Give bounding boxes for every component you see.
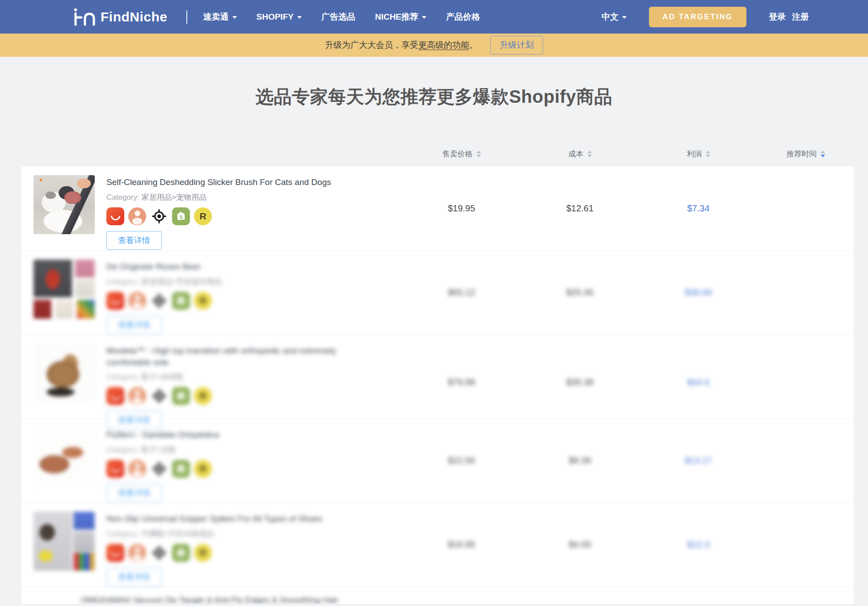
shopify-icon[interactable]: S [172, 387, 190, 405]
aliexpress-icon[interactable] [106, 292, 124, 310]
sort-icon [706, 151, 710, 157]
login-link[interactable]: 登录 [769, 11, 786, 23]
topbar-right: 中文 AD TARGETING 登录 注册 [602, 7, 868, 27]
svg-text:S: S [179, 394, 183, 400]
column-header[interactable]: 成本 [521, 149, 639, 159]
product-title[interactable]: OMGKAWAII Vacuum De-Tangle & Anti-Fly Ed… [81, 594, 340, 604]
sell-price-cell: $19.95 [402, 166, 521, 250]
ad-target-icon[interactable] [150, 460, 168, 478]
product-cell: Self-Cleaning Deshedding Slicker Brush F… [21, 166, 402, 250]
shopify-icon[interactable]: S [172, 460, 190, 478]
main-nav: 速卖通 SHOPIFY 广告选品 NICHE推荐 产品价格 [203, 11, 480, 23]
profit-cell: $12.3 [639, 503, 758, 586]
product-cell: De Originele Rozen Beer Category: 家居用品>节… [21, 251, 402, 334]
aliexpress-icon[interactable] [106, 460, 124, 478]
ad-target-icon[interactable] [150, 207, 168, 225]
cost-cell [521, 587, 639, 604]
table-row: Mootela™ - High top transition with orth… [21, 334, 854, 418]
column-header[interactable]: 利润 [639, 149, 758, 159]
view-details-button[interactable]: 查看详情 [106, 231, 162, 250]
top-navigation-bar: FindNiche 速卖通 SHOPIFY 广告选品 NICHE推荐 产品价格 … [0, 0, 868, 34]
brand-name: FindNiche [101, 9, 168, 25]
aliexpress-icon[interactable] [106, 387, 124, 405]
product-category: Category: 鞋子>凉鞋 [106, 445, 219, 455]
sort-icon [821, 151, 825, 157]
svg-text:S: S [179, 214, 183, 220]
member-icon[interactable] [128, 544, 146, 562]
language-selector[interactable]: 中文 [602, 11, 627, 23]
r-badge-icon[interactable]: R [194, 207, 212, 225]
member-icon[interactable] [128, 460, 146, 478]
register-link[interactable]: 注册 [792, 11, 809, 23]
product-title[interactable]: De Originele Rozen Beer [106, 261, 222, 273]
upgrade-banner-link[interactable]: 更高级的功能 [418, 40, 469, 50]
shopify-icon[interactable]: S [172, 292, 190, 310]
nav-item[interactable]: NICHE推荐 [375, 11, 426, 23]
product-category: Category: 鞋子>休闲鞋 [106, 372, 366, 382]
ad-target-icon[interactable] [150, 387, 168, 405]
view-details-button[interactable]: 查看详情 [106, 484, 162, 502]
nav-item[interactable]: 广告选品 [321, 11, 355, 23]
product-title[interactable]: Fluflern - Sandalia Ortopédica [106, 429, 219, 441]
r-badge-icon[interactable]: R [194, 387, 212, 405]
view-details-button[interactable]: 查看详情 [106, 568, 162, 586]
product-cell: Fluflern - Sandalia Ortopédica Category:… [21, 419, 402, 502]
table-row: De Originele Rozen Beer Category: 家居用品>节… [21, 250, 854, 334]
view-details-button[interactable]: 查看详情 [106, 316, 162, 334]
product-thumbnail[interactable] [34, 344, 95, 403]
sell-price-cell: $22.56 [402, 419, 521, 502]
language-label: 中文 [602, 11, 619, 23]
sell-price-cell: $16.95 [402, 503, 521, 586]
ad-target-icon[interactable] [150, 292, 168, 310]
sort-icon [476, 151, 481, 157]
aliexpress-icon[interactable] [106, 544, 124, 562]
table-row: Self-Cleaning Deshedding Slicker Brush F… [21, 166, 854, 250]
profit-cell: $7.34 [639, 166, 758, 250]
sell-price-cell: $79.98 [402, 335, 521, 429]
member-icon[interactable] [128, 207, 146, 225]
cost-cell: $25.46 [521, 251, 639, 334]
product-cell: OMGKAWAII Vacuum De-Tangle & Anti-Fly Ed… [21, 587, 402, 604]
recommend-time-cell [758, 503, 854, 586]
platform-icons: S R [106, 544, 322, 562]
chevron-down-icon [232, 16, 237, 19]
chevron-down-icon [297, 16, 302, 19]
r-badge-icon[interactable]: R [194, 292, 212, 310]
nav-item[interactable]: 产品价格 [446, 11, 480, 23]
member-icon[interactable] [128, 292, 146, 310]
product-title[interactable]: Self-Cleaning Deshedding Slicker Brush F… [106, 177, 331, 188]
r-badge-icon[interactable]: R [194, 544, 212, 562]
product-title[interactable]: Non-Slip Universal Gripper Spikes For Al… [106, 513, 322, 525]
member-icon[interactable] [128, 387, 146, 405]
product-thumbnail[interactable] [34, 428, 95, 487]
recommend-time-cell [758, 335, 854, 429]
shopify-icon[interactable]: S [172, 207, 190, 225]
recommend-time-cell [758, 587, 854, 604]
shopify-icon[interactable]: S [172, 544, 190, 562]
sell-price-cell [402, 587, 521, 604]
column-header[interactable]: 推荐时间 [758, 149, 854, 159]
page-title: 选品专家每天为您推荐更多爆款Shopify商品 [0, 84, 868, 109]
platform-icons: S R [106, 387, 366, 405]
findniche-logo-icon [69, 7, 95, 27]
aliexpress-icon[interactable] [106, 207, 124, 225]
table-row: Fluflern - Sandalia Ortopédica Category:… [21, 418, 854, 502]
upgrade-plan-button[interactable]: 升级计划 [490, 36, 543, 55]
nav-divider [186, 10, 187, 24]
findniche-logo[interactable]: FindNiche [69, 7, 168, 27]
ad-target-icon[interactable] [150, 544, 168, 562]
product-thumbnail[interactable] [34, 512, 95, 571]
nav-item[interactable]: SHOPIFY [257, 12, 302, 22]
sort-icon [587, 151, 592, 157]
product-cell: Non-Slip Universal Gripper Spikes For Al… [21, 503, 402, 586]
nav-item[interactable]: 速卖通 [203, 11, 237, 23]
product-thumbnail[interactable] [34, 260, 95, 319]
upgrade-banner-text: 升级为广大大会员，享受更高级的功能。 [325, 39, 478, 51]
product-category: Category: 汽摩配>汽车内饰用品 [106, 529, 322, 539]
r-badge-icon[interactable]: R [194, 460, 212, 478]
ad-targeting-button[interactable]: AD TARGETING [649, 7, 746, 27]
product-category: Category: 家居用品>节庆派对用品 [106, 277, 222, 287]
product-title[interactable]: Mootela™ - High top transition with orth… [106, 345, 366, 368]
product-thumbnail[interactable] [34, 175, 95, 234]
column-header[interactable]: 售卖价格 [402, 149, 521, 159]
